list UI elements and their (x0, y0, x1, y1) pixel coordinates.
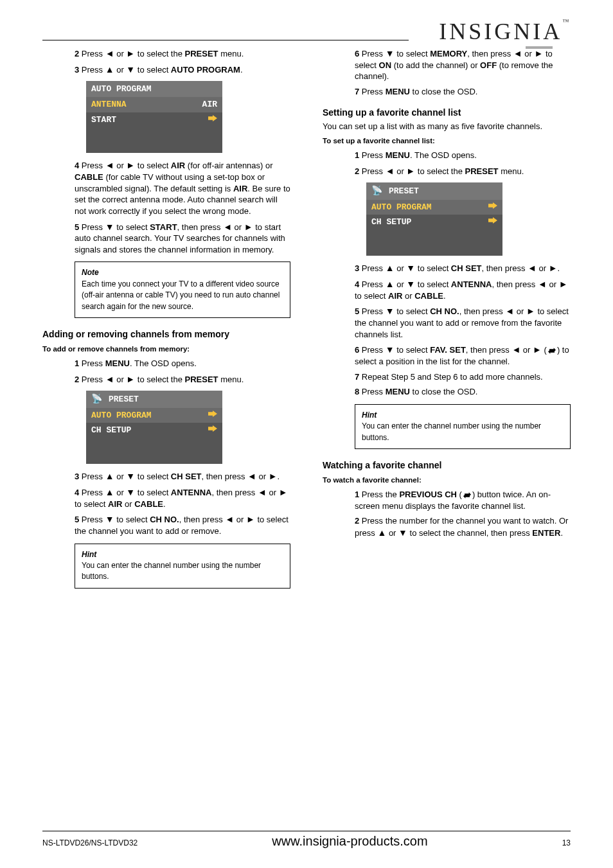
right-triangle-icon: ► (126, 48, 135, 58)
left-triangle-icon: ◄ (247, 471, 256, 481)
down-triangle-icon: ▼ (386, 306, 395, 316)
text: , then press (466, 345, 512, 355)
text: , then press (202, 472, 248, 481)
fav-s1: 1 Press MENU. The OSD opens. (323, 150, 571, 161)
down-triangle-icon: ▼ (126, 64, 135, 75)
text: . (560, 528, 563, 538)
osd-row-label: CH SETUP (371, 217, 411, 228)
model-number: NS-LTDVD26/NS-LTDVD32 (42, 838, 138, 847)
down-triangle-icon: ▼ (105, 514, 114, 524)
text: or (114, 472, 127, 481)
step-7: 7 Press MENU to close the OSD. (323, 86, 571, 98)
left-triangle-icon: ◄ (105, 160, 114, 170)
text: , then press (179, 515, 226, 524)
arrow-right-icon (208, 425, 217, 436)
text: Press (82, 488, 105, 497)
left-triangle-icon: ◄ (386, 166, 395, 176)
step-number: 2 (355, 516, 359, 526)
left-column: 2 Press ◄ or ► to select the PRESET menu… (42, 48, 290, 599)
air-label: AIR (171, 161, 185, 170)
section-fav: Setting up a favorite channel list (323, 107, 571, 119)
page-footer: NS-LTDVD26/NS-LTDVD32 www.insignia-produ… (42, 831, 571, 849)
text: Press the (362, 490, 400, 499)
svg-marker-4 (488, 217, 497, 224)
brand-logo: INSIGNIA™ (439, 18, 571, 45)
text: Press (362, 150, 386, 160)
right-triangle-icon: ► (244, 222, 253, 232)
step-number: 7 (355, 87, 359, 96)
step-number: 1 (355, 490, 359, 499)
text: to select (355, 291, 388, 301)
down-triangle-icon: ▼ (126, 471, 135, 481)
step-number: 6 (355, 49, 359, 58)
osd-titlebar: AUTO PROGRAM (86, 81, 222, 98)
osd-row-antenna: ANTENNA AIR (86, 97, 222, 112)
text: to select (114, 515, 150, 524)
osd-row-start: START (86, 112, 222, 128)
right-triangle-icon: ► (559, 279, 568, 289)
text: or (114, 375, 127, 384)
menu-label: MENU (386, 387, 410, 396)
text: . (278, 472, 280, 481)
enter-label: ENTER (532, 528, 560, 538)
text: menu. (218, 375, 244, 384)
right-triangle-icon: ► (126, 160, 135, 170)
text: Press (362, 87, 386, 96)
text: Press (82, 161, 105, 170)
text: . (558, 263, 560, 273)
text: Press (362, 345, 386, 355)
text: Press (82, 359, 105, 368)
ch-set-label: CH SET (451, 263, 482, 273)
text: Press (362, 166, 386, 176)
step-number: 1 (355, 150, 359, 160)
menu-label: MENU (386, 87, 410, 96)
text: to select (395, 306, 431, 316)
step-number: 3 (75, 472, 79, 481)
text: to select (135, 472, 171, 481)
loop-icon (462, 489, 472, 500)
left-triangle-icon: ◄ (513, 48, 522, 58)
lead-text: To set up a favorite channel list: (323, 136, 571, 146)
step-number: 6 (355, 345, 359, 355)
osd-titlebar: 📡 PRESET (86, 391, 222, 408)
text: , then press (492, 279, 538, 289)
antenna-icon: 📡 (371, 185, 382, 197)
text: to select (395, 345, 431, 355)
right-triangle-icon: ► (126, 374, 135, 384)
text: ( (457, 490, 462, 499)
text: or (547, 279, 559, 289)
step-number: 2 (75, 49, 79, 58)
antenna-label: ANTENNA (171, 488, 212, 497)
hint-title: Hint (82, 549, 283, 560)
step-number: 5 (75, 515, 79, 524)
up-triangle-icon: ▲ (377, 527, 386, 538)
text: . (443, 291, 446, 301)
down-triangle-icon: ▼ (126, 487, 135, 497)
step-number: 4 (75, 161, 79, 170)
step-4b: 4 Press ▲ or ▼ to select ANTENNA, then p… (42, 486, 290, 509)
osd-row-value: AIR (202, 99, 217, 111)
lead-text: To watch a favorite channel: (323, 475, 571, 486)
text: or (395, 166, 407, 176)
left-triangle-icon: ◄ (223, 222, 232, 232)
osd-auto-program: AUTO PROGRAM ANTENNA AIR START (86, 81, 222, 154)
hint-title: Hint (362, 410, 564, 421)
right-triangle-icon: ► (534, 48, 543, 58)
step-number: 7 (355, 372, 359, 382)
text: to select the channel, then press (407, 528, 532, 538)
osd-row-label: AUTO PROGRAM (371, 202, 432, 213)
left-triangle-icon: ◄ (258, 487, 267, 497)
on-label: ON (379, 60, 392, 70)
text: or (522, 49, 535, 58)
text: to select (75, 499, 108, 509)
text: . The OSD opens. (410, 150, 477, 160)
osd-row-ch-setup: CH SETUP (86, 423, 222, 438)
step-6: 6 Press ▼ to select MEMORY, then press ◄… (323, 48, 571, 82)
right-triangle-icon: ► (406, 166, 415, 176)
right-triangle-icon: ► (533, 344, 542, 355)
osd-row-label: ANTENNA (91, 99, 127, 111)
text: to select the (135, 375, 184, 384)
text: or (402, 291, 414, 301)
text: to select (135, 488, 171, 497)
text: Press (82, 49, 105, 58)
